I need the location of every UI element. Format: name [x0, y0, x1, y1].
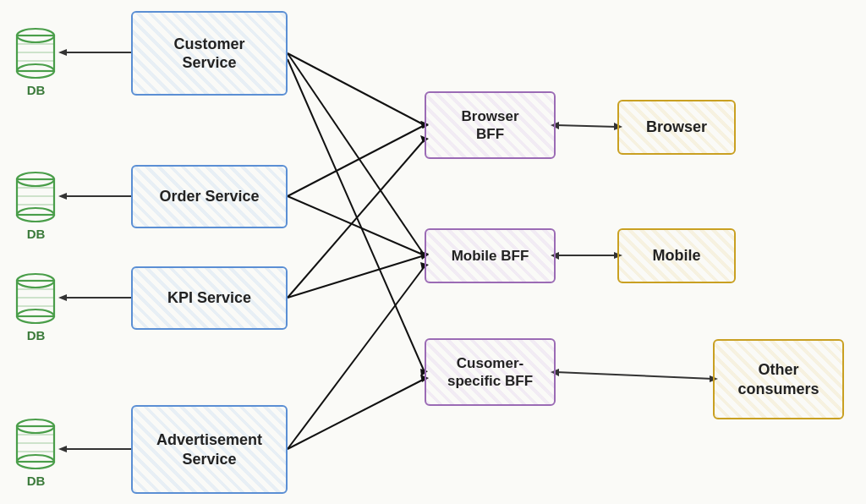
advertisement-service-box: Advertisement Service [131, 405, 288, 494]
mobile-bff-box: Mobile BFF [425, 228, 556, 283]
db-2: DB [13, 167, 59, 241]
other-consumers-label: Other consumers [737, 360, 819, 398]
svg-line-32 [556, 372, 713, 379]
svg-line-12 [288, 59, 425, 372]
order-service-label: Order Service [159, 187, 259, 206]
svg-line-24 [288, 266, 425, 449]
customer-bff-box: Cusomer- specific BFF [425, 338, 556, 406]
svg-line-26 [556, 125, 617, 127]
browser-consumer-label: Browser [646, 118, 707, 137]
browser-bff-box: Browser BFF [425, 91, 556, 159]
kpi-service-box: KPI Service [131, 266, 288, 330]
svg-line-18 [288, 140, 425, 298]
customer-bff-label: Cusomer- specific BFF [447, 354, 533, 391]
db-4-label: DB [27, 474, 46, 488]
db-1-label: DB [27, 83, 46, 97]
svg-marker-1 [58, 49, 67, 56]
svg-line-16 [288, 196, 425, 255]
mobile-consumer-label: Mobile [653, 246, 701, 266]
customer-service-box: Customer Service [131, 11, 288, 96]
db-4: DB [13, 414, 59, 488]
svg-line-22 [288, 379, 425, 449]
advertisement-service-label: Advertisement Service [156, 430, 262, 468]
mobile-bff-label: Mobile BFF [452, 247, 529, 265]
svg-line-10 [288, 53, 425, 255]
diagram-container: DB DB DB [0, 0, 866, 504]
svg-line-20 [288, 255, 425, 298]
db-1: DB [13, 24, 59, 97]
db-3: DB [13, 269, 59, 342]
customer-service-label: Customer Service [173, 35, 244, 73]
svg-line-8 [288, 53, 425, 125]
svg-marker-3 [58, 193, 67, 200]
svg-marker-7 [58, 446, 67, 452]
svg-line-14 [288, 125, 425, 196]
db-3-label: DB [27, 328, 46, 342]
svg-marker-5 [58, 294, 67, 301]
order-service-box: Order Service [131, 165, 288, 228]
mobile-consumer-box: Mobile [617, 228, 736, 283]
other-consumers-box: Other consumers [713, 339, 844, 419]
browser-consumer-box: Browser [617, 100, 736, 155]
kpi-service-label: KPI Service [167, 288, 251, 308]
browser-bff-label: Browser BFF [461, 107, 518, 144]
db-2-label: DB [27, 227, 46, 241]
